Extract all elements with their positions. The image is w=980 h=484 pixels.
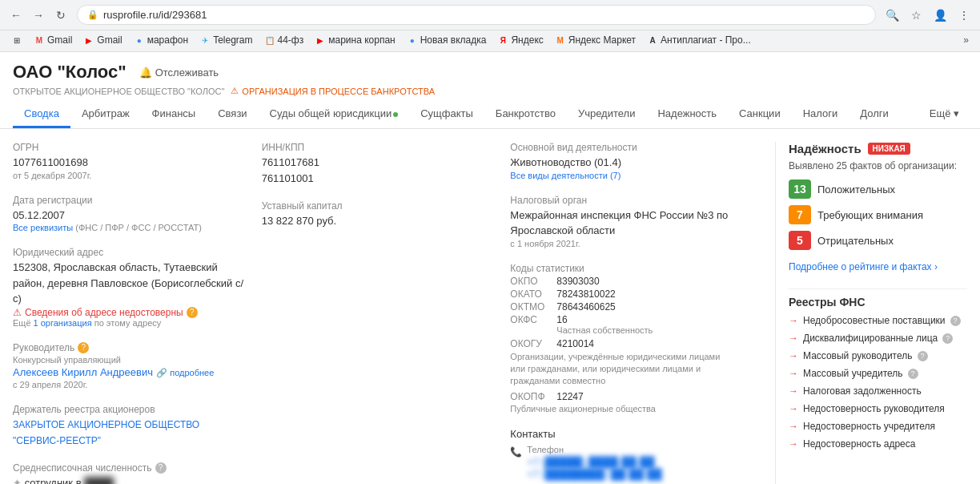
reliability-more-link[interactable]: Подробнее о рейтинге и фактах ›	[789, 261, 938, 272]
tab-nalogi[interactable]: Налоги	[792, 101, 849, 128]
search-icon[interactable]: 🔍	[882, 6, 902, 25]
bookmark-newtab[interactable]: ● Новая вкладка	[402, 32, 492, 48]
registry-item-7[interactable]: Недостоверность адреса	[789, 438, 967, 450]
tax-organ-block: Налоговый орган Межрайонная инспекция ФН…	[510, 195, 746, 248]
tab-arbitrazh[interactable]: Арбитраж	[70, 101, 141, 128]
bookmark-marathon[interactable]: ● марафон	[129, 32, 193, 48]
address-error-text: Сведения об адресе недостоверны	[25, 307, 183, 318]
registrar-value: ЗАКРЫТОЕ АКЦИОНЕРНОЕ ОБЩЕСТВО "СЕРВИС-РЕ…	[13, 417, 249, 448]
bookmark-44fz[interactable]: 📋 44-фз	[259, 32, 309, 48]
bookmark-telegram[interactable]: ✈ Telegram	[195, 32, 257, 48]
headcount-text: сотрудник в	[25, 477, 82, 484]
tab-finansy[interactable]: Финансы	[141, 101, 207, 128]
all-activities-text[interactable]: Все виды деятельности (7)	[510, 171, 621, 180]
registry-item-3-question[interactable]: ?	[908, 369, 918, 379]
bookmarks-bar: ⊞ M Gmail ▶ Gmail ● марафон ✈ Telegram 📋…	[0, 30, 980, 52]
page-header: ОАО "Колос" 🔔 Отслеживать ОТКРЫТОЕ АКЦИО…	[0, 52, 980, 129]
bankruptcy-badge: Организация в процессе банкротства	[231, 86, 435, 96]
watch-label: Отслеживать	[155, 67, 219, 79]
registry-item-5[interactable]: Недостоверность руководителя	[789, 403, 967, 414]
bookmark-marina-label: марина корпан	[328, 34, 395, 46]
inn-value: 7611017681	[262, 155, 498, 171]
tab-finansy-label: Финансы	[152, 107, 196, 119]
phone2-value[interactable]: +7 (████████) ██-██-██	[527, 468, 661, 480]
tab-nadezhnost[interactable]: Надежность	[646, 101, 728, 128]
bookmark-gmail[interactable]: M Gmail	[29, 32, 77, 48]
more-icon[interactable]: ⋮	[954, 6, 974, 25]
address-question-icon[interactable]: ?	[187, 307, 198, 318]
fact-attention: 7 Требующих внимания	[789, 205, 967, 224]
registry-item-4[interactable]: Налоговая задолженность	[789, 385, 967, 397]
bookmark-antiplagiat-label: Антиплагиат - Про...	[661, 34, 751, 46]
okfs-code: ОКФС	[510, 314, 550, 325]
tab-uchrediteli[interactable]: Учредители	[567, 101, 647, 128]
registry-item-1-question[interactable]: ?	[942, 333, 953, 344]
registry-item-3[interactable]: Массовый учредитель ?	[789, 368, 967, 379]
tab-sudy[interactable]: Суды общей юрисдикции	[259, 101, 410, 128]
watch-button[interactable]: 🔔 Отслеживать	[135, 65, 223, 80]
tab-suschfakty[interactable]: Сущфакты	[409, 101, 484, 128]
reliability-subtitle: Выявлено 25 фактов об организации:	[789, 160, 967, 171]
tab-svyazi[interactable]: Связи	[207, 101, 258, 128]
director-more-link[interactable]: подробнее	[170, 368, 214, 377]
regdate-label: Дата регистрации	[13, 195, 249, 206]
tab-sankcii[interactable]: Санкции	[728, 101, 792, 128]
bookmark-star-icon[interactable]: ☆	[906, 6, 926, 25]
director-question-icon[interactable]: ?	[78, 342, 89, 353]
phone1-value[interactable]: +7 (█████) ████-██-██	[527, 456, 654, 468]
registry-item-6[interactable]: Недостоверность учредителя	[789, 421, 967, 432]
stat-okogu: ОКОГУ 4210014	[510, 338, 746, 349]
tab-more-button[interactable]: Ещё ▾	[922, 101, 967, 128]
registry-item-2[interactable]: Массовый руководитель ?	[789, 350, 967, 361]
okogu-hint: Организации, учреждённые юридическими ли…	[510, 351, 734, 388]
reliability-title-text: Надёжность	[789, 142, 862, 155]
bell-icon: 🔔	[139, 67, 152, 79]
headcount-question-icon[interactable]: ?	[155, 462, 167, 474]
back-button[interactable]: ←	[6, 6, 26, 25]
bookmark-youtube[interactable]: ▶ Gmail	[78, 32, 127, 48]
bookmark-apps[interactable]: ⊞	[6, 32, 27, 48]
forward-button[interactable]: →	[29, 6, 48, 25]
bookmark-antiplagiat[interactable]: А Антиплагиат - Про...	[642, 32, 756, 48]
bookmark-yandex[interactable]: Я Яндекс	[492, 32, 548, 48]
fact-attention-badge: 7	[789, 205, 811, 224]
kpp-value: 761101001	[262, 171, 498, 187]
registry-item-4-label: Налоговая задолженность	[803, 385, 922, 397]
phone2: +7 (████████) ██-██-██	[527, 468, 661, 480]
reliability-low-badge: НИЗКАЯ	[868, 143, 910, 155]
gmail-icon: M	[34, 34, 45, 46]
phone-block: 📞 Телефон +7 (█████) ████-██-██ +7 (████…	[510, 445, 746, 480]
tab-dolgi[interactable]: Долги	[849, 101, 899, 128]
oktmo-code: ОКТМО	[510, 301, 550, 313]
address-org-link[interactable]: 1 организация	[34, 318, 92, 328]
page: ОАО "Колос" 🔔 Отслеживать ОТКРЫТОЕ АКЦИО…	[0, 52, 980, 484]
refresh-button[interactable]: ↻	[51, 6, 70, 25]
apps-icon: ⊞	[11, 34, 22, 46]
registry-item-1[interactable]: Дисквалифицированные лица ?	[789, 333, 967, 344]
registry-item-2-label: Массовый руководитель	[803, 350, 913, 361]
requisites-link-text[interactable]: Все реквизиты	[13, 223, 73, 232]
bookmark-gmail-label: Gmail	[47, 34, 72, 46]
profile-icon[interactable]: 👤	[930, 6, 950, 25]
bookmark-telegram-label: Telegram	[213, 34, 252, 46]
registry-item-0[interactable]: Недобросовестные поставщики ?	[789, 315, 967, 326]
director-block: Руководитель ? Конкурсный управляющий Ал…	[13, 342, 249, 390]
nav-tabs: Сводка Арбитраж Финансы Связи Суды общей…	[13, 101, 967, 128]
director-name-link[interactable]: Алексеев Кирилл Андреевич	[13, 366, 153, 378]
address-bar[interactable]: 🔒 rusprofile.ru/id/293681	[77, 5, 876, 25]
tab-svodka[interactable]: Сводка	[13, 101, 70, 128]
registry-item-2-question[interactable]: ?	[918, 351, 928, 361]
link-icon: 🔗	[156, 368, 167, 377]
registry-item-0-question[interactable]: ?	[950, 316, 961, 326]
tab-bankrotstvo[interactable]: Банкротство	[484, 101, 567, 128]
headcount-sparkle: ✦	[13, 477, 22, 484]
bookmark-newtab-label: Новая вкладка	[420, 34, 487, 46]
bookmark-marina[interactable]: ▶ марина корпан	[310, 32, 400, 48]
tax-organ-value: Межрайонная инспекция ФНС России №3 по Я…	[510, 208, 746, 239]
bookmark-ymarket[interactable]: М Яндекс Маркет	[550, 32, 641, 48]
director-label: Руководитель ?	[13, 342, 249, 353]
bookmarks-more-button[interactable]: »	[958, 32, 974, 48]
marina-icon: ▶	[315, 34, 326, 46]
inn-block: ИНН/КПП 7611017681 761101001	[262, 142, 498, 186]
registrar-value-link[interactable]: ЗАКРЫТОЕ АКЦИОНЕРНОЕ ОБЩЕСТВО "СЕРВИС-РЕ…	[13, 419, 199, 446]
